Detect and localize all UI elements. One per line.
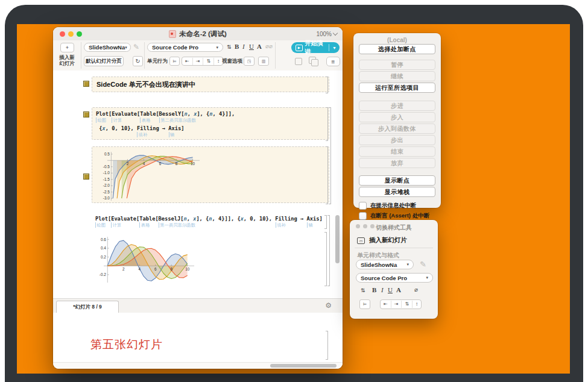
cell-bracket[interactable] <box>326 77 328 93</box>
brush-icon[interactable]: ✎ <box>133 43 139 51</box>
toolbar-divider <box>144 42 145 69</box>
checkbox-label: 在提示信息处中断 <box>370 202 416 210</box>
arrow-bar-left-icon[interactable]: ⇤ <box>182 58 193 65</box>
gear-icon[interactable]: ⚙ <box>325 301 332 310</box>
svg-text:-1.0: -1.0 <box>103 171 110 175</box>
debugger-button[interactable]: 显示堆栈 <box>359 187 435 197</box>
debugger-button[interactable]: 显示断点 <box>359 175 435 186</box>
arrow-up-down-bar-icon[interactable]: ⇅ <box>402 301 413 308</box>
hamburger-menu-button[interactable]: ≡ <box>326 57 340 66</box>
cell-grouping-button[interactable]: ⊨ <box>359 299 370 309</box>
notebook-content: SideCode 单元不会出现在演讲中 Plot[Evaluate[Table[… <box>53 70 343 298</box>
font-color-button[interactable]: A <box>257 43 262 50</box>
cell-bracket[interactable] <box>326 146 328 204</box>
slide-tab[interactable]: *幻灯片 8 / 9 <box>56 301 119 313</box>
arrow-bar-right-icon[interactable]: ⇥ <box>391 301 402 308</box>
svg-text:-2.0: -2.0 <box>103 183 110 187</box>
debugger-button: 暂停 <box>359 60 435 70</box>
font-color-button[interactable]: A <box>396 286 401 293</box>
default-slide-break-button[interactable]: 默认幻灯片分页 <box>84 56 124 66</box>
dropdown-arrow-icon: ▾ <box>406 262 409 267</box>
insert-slide-row[interactable]: ▭ 插入新幻灯片 <box>357 236 407 245</box>
debugger-button[interactable]: 运行至所选项目 <box>359 83 435 93</box>
italic-button[interactable]: I <box>381 286 384 293</box>
dropdown-arrow-icon[interactable]: ▼ <box>329 46 340 50</box>
italic-button[interactable]: I <box>242 43 245 50</box>
slide-preview-area: 第五张幻灯片 <box>53 313 343 362</box>
arrow-bar-right-icon[interactable]: ⇥ <box>193 58 204 65</box>
sidecode-cell-marker[interactable] <box>83 174 89 180</box>
window-panel-icon[interactable]: ▥ <box>258 57 269 66</box>
sidecode-text-cell[interactable]: SideCode 单元不会出现在演讲中 <box>92 77 329 92</box>
bessely-output-cell[interactable]: 2468100.5-0.5-1.0-1.5-2.0-2.5-3.0 <box>92 146 329 203</box>
checkbox[interactable] <box>359 212 367 220</box>
insert-slide-button[interactable]: + <box>60 43 74 52</box>
arrow-bar-left-icon[interactable]: ⇤ <box>381 301 391 308</box>
sidecode-cell-marker[interactable] <box>83 111 89 117</box>
debugger-button: 步入 <box>359 112 435 122</box>
magnification-control[interactable]: 100% <box>316 27 337 40</box>
vertical-scrollbar[interactable] <box>335 215 340 263</box>
arrow-expand-vertical-icon[interactable]: ↕ <box>214 58 223 65</box>
svg-text:-0.2: -0.2 <box>100 272 106 277</box>
single-slide-icon <box>295 58 302 65</box>
cell-grouping-button[interactable]: ⊨ <box>169 57 180 66</box>
clear-formatting-icon[interactable]: ⌀ <box>414 286 418 293</box>
underline-button[interactable]: U <box>388 286 393 293</box>
debugger-button: 步出 <box>359 135 435 145</box>
besselj-code-cell[interactable]: Plot[Evaluate[Table[BesselJ[n, x], {n, 4… <box>92 214 333 229</box>
bessely-code-cell[interactable]: Plot[Evaluate[Table[BesselY[n, x], {n, 4… <box>92 107 329 140</box>
brush-icon[interactable]: ✎ <box>420 260 426 269</box>
font-size-stepper-icon[interactable]: ⇅ <box>227 44 232 50</box>
bold-button[interactable]: B <box>372 286 376 293</box>
start-presentation-button[interactable]: ▶ 开始演讲 ▼ <box>291 42 340 53</box>
horizontal-scrollbar[interactable] <box>270 364 337 368</box>
sidecode-cell-text: SideCode 单元不会出现在演讲中 <box>92 77 329 89</box>
plus-icon: + <box>66 45 69 51</box>
code-annotation-row: 填补轴 <box>92 132 329 139</box>
font-size-stepper-icon[interactable]: ⇅ <box>361 287 365 293</box>
debugger-button: 结束 <box>359 146 435 157</box>
debugger-button[interactable]: 选择处加断点 <box>359 44 435 54</box>
bold-button[interactable]: B <box>235 43 239 50</box>
cell-group-bracket[interactable] <box>327 215 330 286</box>
cell-style-dropdown[interactable]: SlideShowNa▾ <box>356 260 414 269</box>
dropdown-arrow-icon: ▾ <box>426 275 428 280</box>
clear-formatting-icon[interactable]: ⌀⌀ <box>265 43 273 49</box>
expand-window-icon[interactable]: ◳ <box>244 57 254 66</box>
arrow-up-down-bar-icon[interactable]: ⇅ <box>203 58 214 65</box>
cell-bracket[interactable] <box>326 331 328 360</box>
cell-bracket[interactable] <box>326 107 328 141</box>
svg-text:-3.0: -3.0 <box>103 196 110 200</box>
refresh-slide-breaks-button[interactable]: ↻ <box>133 56 143 66</box>
palette-divider <box>355 248 433 248</box>
cell-bracket[interactable] <box>324 215 327 229</box>
sidecode-cell-marker[interactable] <box>83 81 89 87</box>
code-annotation: 第二类贝塞尔函数 <box>159 117 196 123</box>
close-button[interactable] <box>356 224 360 228</box>
play-icon: ▶ <box>296 45 303 51</box>
checkbox[interactable] <box>359 202 367 210</box>
cell-style-dropdown[interactable]: SlideShowNa▾ <box>84 43 131 52</box>
code-token: ], { <box>196 216 209 222</box>
cell-bracket[interactable] <box>324 232 327 286</box>
slide-title-text: 第五张幻灯片 <box>90 337 163 352</box>
svg-text:4: 4 <box>138 267 141 271</box>
font-dropdown[interactable]: Source Code Pro▾ <box>147 43 223 52</box>
debugger-palette: (Local) 选择处加断点暂停继续运行至所选项目步进步入步入到函数体步出结束放… <box>353 33 441 208</box>
debugger-button-group: 暂停继续运行至所选项目 <box>359 60 435 93</box>
code-token: Plot[Evaluate[Table[BesselJ[ <box>95 216 183 222</box>
font-dropdown[interactable]: Source Code Pro▾ <box>356 273 433 283</box>
arrow-expand-vertical-icon[interactable]: ↕ <box>413 301 421 308</box>
code-annotation: 绘图 <box>95 222 106 228</box>
code-annotation-row: 绘图计算表格第一类贝塞尔函数填补轴 <box>92 222 333 229</box>
toolbar-divider <box>275 42 276 69</box>
debugger-button: 步进 <box>359 101 435 111</box>
code-editor[interactable]: Plot[Evaluate[Table[BesselJ[n, x], {n, 4… <box>92 216 333 229</box>
minimize-button[interactable] <box>363 224 367 228</box>
dropdown-arrow-icon: ▾ <box>125 45 127 50</box>
underline-button[interactable]: U <box>249 43 254 50</box>
zoom-button[interactable] <box>370 224 375 228</box>
code-editor[interactable]: Plot[Evaluate[Table[BesselY[n, x], {n, 4… <box>92 111 329 139</box>
cell-group-bracket[interactable] <box>329 107 331 204</box>
